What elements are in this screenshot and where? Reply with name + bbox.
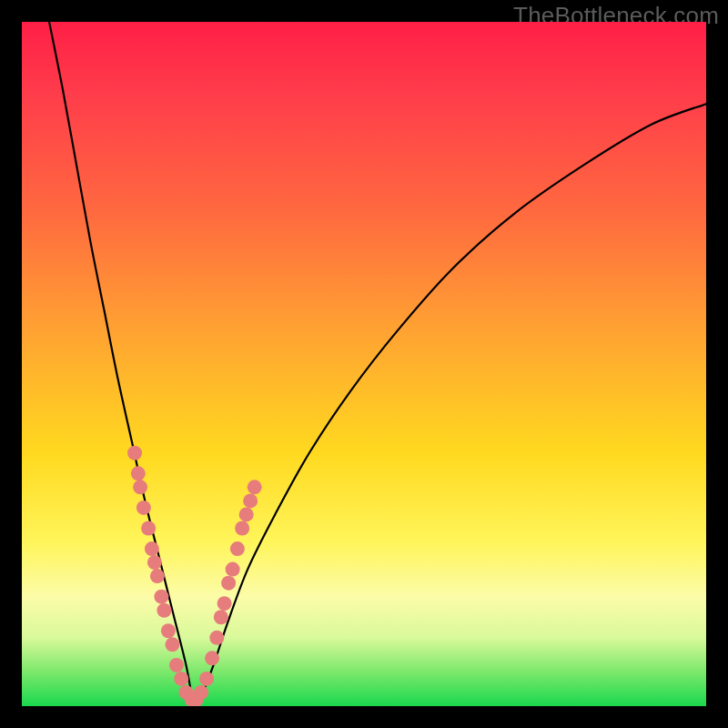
sample-point	[133, 480, 147, 494]
chart-frame: TheBottleneck.com	[0, 0, 728, 728]
sample-point	[169, 658, 184, 672]
sample-point	[199, 672, 214, 686]
sample-point	[214, 610, 228, 624]
sample-point	[230, 541, 245, 556]
sample-point	[136, 500, 151, 515]
sample-points-group	[127, 446, 262, 706]
sample-point	[205, 651, 219, 665]
bottleneck-chart-svg	[22, 22, 706, 706]
sample-point	[243, 493, 258, 508]
sample-point	[174, 672, 188, 686]
plot-area	[22, 22, 706, 706]
bottleneck-curve	[49, 22, 706, 703]
sample-point	[248, 480, 262, 494]
sample-point	[154, 590, 168, 604]
sample-point	[157, 603, 171, 618]
sample-point	[194, 685, 208, 700]
sample-point	[226, 562, 240, 577]
sample-point	[209, 631, 224, 645]
sample-point	[147, 555, 162, 570]
sample-point	[150, 569, 165, 583]
sample-point	[221, 576, 236, 591]
sample-point	[161, 623, 176, 638]
sample-point	[235, 521, 249, 535]
sample-point	[165, 637, 179, 652]
sample-point	[141, 521, 156, 535]
sample-point	[217, 596, 232, 611]
sample-point	[145, 541, 159, 556]
sample-point	[239, 507, 254, 521]
sample-point	[131, 466, 146, 480]
sample-point	[127, 446, 142, 460]
